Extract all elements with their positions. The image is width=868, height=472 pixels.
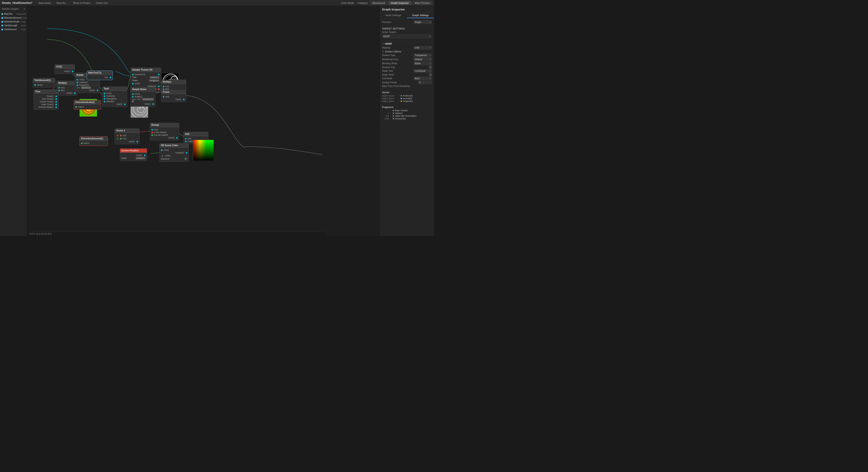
node-time[interactable]: Time Time(1) Sine Time(1) Cosine Time(1)… — [34, 89, 59, 110]
rendering-pass-dropdown[interactable]: Default ▾ — [413, 58, 432, 61]
save-as-btn[interactable]: Save As... — [55, 1, 69, 5]
node-hd-scene-color[interactable]: HD Scene Color UV(4) Output(3) 1 Lod(1) … — [159, 143, 189, 162]
node-simple-noise[interactable]: Simple Noise UV(2) Scale(1) Hash Type De… — [130, 87, 155, 107]
graph-inspector-title: Graph Inspector — [380, 6, 434, 13]
canvas-area[interactable]: TwirlAmount(1) Out(1) Multiply A(1) B(1)… — [27, 6, 379, 236]
frag-row-alpha-clip: 0.4 → Alpha Clip Threshold(1) — [382, 115, 432, 117]
frag-row-base-color: → Base Color(3) — [382, 109, 432, 112]
left-panel-title: Shader Graphs + — [0, 6, 27, 12]
vertex-row-normal: Object Space → Normal(3) — [382, 97, 432, 100]
tab-node-settings[interactable]: Node Settings — [380, 13, 407, 18]
node-uv[interactable]: UV(2) Out(2) — [55, 64, 75, 74]
hdrp-row: HDRP + — [382, 34, 432, 39]
blackboard-tab[interactable]: Blackboard — [370, 1, 388, 5]
property-twirl-strength[interactable]: TwirlStrength Float — [0, 24, 27, 28]
save-asset-btn[interactable]: Save Asset — [37, 1, 52, 5]
connections-svg — [27, 6, 379, 236]
left-panel: Shader Graphs + MainTex Texture2D Distor… — [0, 6, 27, 236]
hdrp-section: ▼ HDRP Material Unlit ▾ ▼ Surface Option… — [380, 41, 434, 90]
node-maintex-ref[interactable]: MainTex(T2) Out — [87, 70, 113, 80]
right-panel: Graph Inspector Node Settings Graph Sett… — [379, 6, 434, 236]
node-vector2[interactable]: Vector 2 0 X(1) 1 Y(1) Out(2) — [115, 128, 140, 144]
color-preview-box — [193, 140, 213, 160]
property-twirl-amount[interactable]: TwirlAmount Float — [0, 28, 27, 31]
vertex-section: Vertex Object Space → Position(3) Object… — [380, 90, 434, 104]
property-distortion-scale[interactable]: DistortionScale Float — [0, 20, 27, 24]
target-settings-section: Target Settings Active Targets HDRP + — [380, 26, 434, 41]
depth-write-checkbox[interactable] — [429, 73, 432, 76]
precision-dropdown[interactable]: Single ▾ — [413, 21, 432, 24]
right-panel-tabs: Node Settings Graph Settings — [380, 13, 434, 19]
node-screen-position[interactable]: Screen Position Out(4) Mode Default ▾ — [120, 149, 147, 161]
node-twirl[interactable]: Twirl UV(2) Center(2) Strength(1) Offset… — [102, 87, 127, 107]
vertex-row-tangent: Object Space → Tangent(3) — [382, 100, 432, 102]
show-in-project-btn[interactable]: Show In Project — [71, 1, 92, 5]
window-title: Shader_HeatDistortion* — [2, 1, 32, 4]
frag-row-emission: -1.00 → Emission(3) — [382, 118, 432, 120]
property-main-tex[interactable]: MainTex Texture2D — [0, 12, 27, 16]
color-mode-btn[interactable]: Color Mode — [340, 1, 355, 5]
node-remap[interactable]: Remap In(1) In Min Max(2) Out Min Max(2)… — [150, 123, 179, 140]
fragment-section: Fragment → Base Color(3) 1 → Alpha(1) 0.… — [380, 104, 434, 122]
cull-mode-dropdown[interactable]: Back ▾ — [413, 77, 432, 80]
node-distortion-scale[interactable]: DistortionScale(1) Out(1) — [74, 100, 101, 109]
add-property-btn[interactable]: + — [23, 7, 25, 10]
category-btn[interactable]: Category — [356, 1, 369, 5]
tab-graph-settings[interactable]: Graph Settings — [407, 13, 434, 18]
surface-type-dropdown[interactable]: Transparent ▾ — [413, 54, 432, 57]
node-multiply1[interactable]: Multiply A(1) B(1) Out(1) — [57, 81, 77, 96]
precision-section: Precision Single ▾ — [380, 19, 434, 26]
hdrp-collapse[interactable]: ▼ — [382, 43, 384, 45]
material-dropdown[interactable]: Unlit ▾ — [413, 46, 432, 50]
properties-list: MainTex Texture2D DistortionAmount Float… — [0, 12, 27, 236]
main-layout: Shader Graphs + MainTex Texture2D Distor… — [0, 6, 434, 236]
depth-test-dropdown[interactable]: LessEqual ▾ — [413, 69, 432, 73]
frag-row-alpha: 1 → Alpha(1) — [382, 112, 432, 114]
blending-mode-dropdown[interactable]: Alpha ▾ — [413, 62, 432, 65]
receive-fog-checkbox[interactable]: ✓ — [429, 66, 432, 68]
add-target-btn[interactable]: + — [429, 34, 431, 38]
node-power[interactable]: Power A(4) Out(4) — [161, 90, 186, 102]
main-preview-tab[interactable]: Main Preview — [412, 1, 432, 5]
status-bar: CSDN @金思的的笔记 — [27, 231, 325, 236]
node-distortion-amount[interactable]: DistortionAmount(1) Out(1) — [80, 136, 108, 146]
check-out-btn[interactable]: Check Out — [94, 1, 109, 5]
svg-rect-5 — [193, 140, 214, 160]
top-bar: Shader_HeatDistortion* Save Asset Save A… — [0, 0, 434, 6]
node-twirl-amount[interactable]: TwirlAmount(1) Out(1) — [33, 78, 55, 88]
graph-inspector-tab[interactable]: Graph Inspector — [389, 1, 411, 5]
vertex-row-position: Object Space → Position(3) — [382, 95, 432, 97]
property-distortion-amount[interactable]: DistortionAmount Float — [0, 16, 27, 20]
